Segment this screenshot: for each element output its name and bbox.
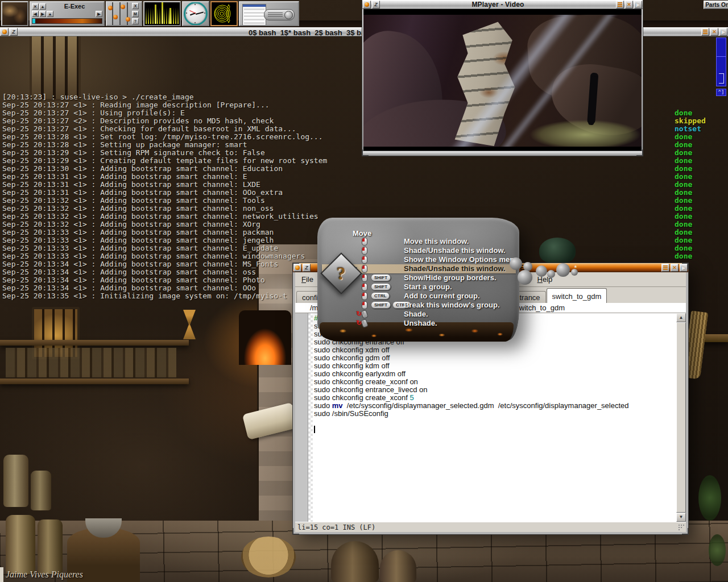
menu-title: Move (353, 229, 371, 238)
dock-screenshot-applet[interactable] (239, 1, 299, 26)
terminal-log-line: Sep-25 20:13:29 <1> : Creating default t… (2, 157, 327, 165)
maximize-button[interactable]: ▶ (634, 1, 642, 9)
terminal-log-line: Sep-25 20:13:31 <1> : Adding bootstrap s… (2, 173, 327, 181)
iconify-button[interactable] (616, 1, 624, 9)
prev-icon[interactable]: ◀ (32, 11, 39, 17)
code-token: sudo (314, 401, 332, 410)
scite-menu-file[interactable]: File (297, 274, 317, 285)
iconify-button[interactable] (661, 264, 669, 272)
up-icon[interactable]: ▲ (47, 11, 53, 17)
maximize-button[interactable]: ▶ (719, 28, 727, 36)
code-token: sudo chkconfig xdm off (314, 346, 390, 354)
bubble-decor (571, 269, 578, 276)
dock: ✕ ▲ E-Exec ◀ ▶ ▲ ▶ X M ? (1, 1, 299, 26)
raise-icon[interactable]: ▲ (39, 3, 46, 10)
menu-item-move-this-window[interactable]: Move this window. (322, 237, 516, 246)
fold-margin[interactable] (308, 313, 313, 522)
resize-corner[interactable] (682, 263, 689, 269)
resize-corner[interactable] (292, 263, 299, 269)
bubble-decor (556, 263, 570, 277)
terminal-log-line: Sep-25 20:13:32 <1> : Adding bootstrap s… (2, 197, 327, 205)
vertical-scrollbar[interactable]: ▲ ▼ (676, 313, 686, 522)
slider-knob[interactable] (108, 6, 113, 10)
keyword-token: mv (332, 401, 343, 410)
window-menu-button[interactable] (363, 1, 371, 9)
editor-pane[interactable]: #!/bin/shsudo chkconfig create_xconf off… (295, 313, 686, 522)
resize-corner[interactable] (362, 149, 369, 156)
next-icon[interactable]: ▶ (39, 11, 46, 17)
menu-item-label: Show/Hide group borders. (404, 273, 497, 282)
menu-item-label: Show the Window Options menu. (404, 255, 521, 264)
iconify-button[interactable] (701, 28, 709, 36)
run-icon[interactable]: ▶ (96, 11, 102, 17)
modifier-badges: CTRL (371, 292, 390, 300)
terminal-log-line: Sep-25 20:13:27 <1> : Checking for defau… (2, 125, 327, 133)
dock-mixer-applet[interactable]: X M ? (106, 1, 142, 26)
dock-scene-thumbnail[interactable] (1, 1, 28, 26)
mouse-button-icon (362, 274, 367, 282)
terminal-log-line: Sep-25 20:13:32 <1> : Adding bootstrap s… (2, 213, 327, 221)
bubble-decor (536, 265, 547, 277)
mplayer-window[interactable]: Z MPlayer - Video ✕ ▶ (362, 0, 643, 156)
clock-minute-hand (196, 11, 204, 15)
mplayer-titlebar[interactable]: Z MPlayer - Video ✕ ▶ (362, 0, 643, 9)
code-token: sudo chkconfig gdm off (314, 354, 390, 362)
menu-item-add-to-current-group[interactable]: CTRLAdd to current group. (322, 292, 516, 301)
resize-corner[interactable] (292, 528, 299, 535)
slider-knob[interactable] (113, 15, 118, 19)
bg-barred-window (30, 33, 81, 101)
menu-item-label: Unshade. (404, 319, 437, 327)
dock-e-exec-applet[interactable]: ✕ ▲ E-Exec ◀ ▶ ▲ ▶ (30, 1, 105, 26)
terminal-log-line: Sep-25 20:13:27 <1> : Reading image desc… (2, 101, 327, 109)
mixer-mute-button[interactable]: M (132, 11, 139, 17)
shade-button[interactable]: Z (372, 1, 380, 9)
bg-jar (6, 515, 35, 574)
menu-item-shade[interactable]: ↻Shade. (322, 310, 516, 319)
dock-spectrum-analyzer[interactable] (143, 1, 181, 26)
slider-knob[interactable] (121, 5, 125, 9)
dock-clock[interactable] (182, 1, 209, 26)
scroll-down-icon[interactable]: ▼ (676, 513, 686, 522)
bg-herbs (709, 534, 726, 566)
terminal-log-line: Sep-25 20:13:35 <1> : Initializing image… (2, 292, 327, 300)
mixer-sliders[interactable] (107, 2, 131, 25)
mouse-wheel-icon (361, 310, 369, 319)
tab-switch_to_gdm[interactable]: switch_to_gdm (547, 288, 607, 303)
menu-item-unshade[interactable]: ↻Unshade. (322, 319, 516, 328)
menu-item-label: Add to current group. (404, 292, 480, 300)
mixer-help-button[interactable]: ? (132, 18, 139, 24)
close-button[interactable]: ✕ (625, 1, 633, 9)
scroll-up-icon[interactable]: ▲ (676, 313, 686, 322)
close-button[interactable]: ✕ (710, 28, 718, 36)
parts-on-button[interactable]: Parts On (704, 1, 728, 9)
bg-fireplace (239, 310, 291, 365)
video-canvas[interactable] (363, 9, 642, 151)
scrollbar-thumb[interactable] (676, 322, 686, 513)
menu-item-label: Move this window. (404, 237, 469, 246)
terminal-log-line: Sep-25 20:13:32 <1> : Adding bootstrap s… (2, 221, 327, 228)
resize-corner[interactable] (682, 528, 689, 535)
terminal-status-line: done (675, 197, 706, 205)
bg-pot (380, 550, 416, 582)
code-token: sudo chkconfig kdm off (314, 361, 390, 370)
code-line: sudo chkconfig create_xconf 5 (314, 394, 676, 402)
artist-signature: Jaime Vives Piqueres (6, 569, 83, 580)
close-button[interactable]: ✕ (671, 264, 679, 272)
mplayer-bottom-border (362, 151, 643, 156)
orb-icon (365, 2, 369, 7)
dock-e16-horn[interactable] (210, 1, 238, 26)
shade-button[interactable]: Z (303, 264, 311, 272)
close-icon[interactable]: ✕ (32, 3, 39, 10)
menu-item-break-this-window-s-group[interactable]: SHIFTCTRLBreak this window's group. (322, 301, 516, 310)
code-token: sudo chkconfig entrance_livecd on (314, 385, 427, 394)
clock-face (184, 2, 208, 26)
slider-knob[interactable] (126, 17, 130, 22)
terminal-log-line: Sep-25 20:13:31 <1> : Adding bootstrap s… (2, 181, 327, 189)
mixer-close-button[interactable]: X (132, 3, 139, 9)
resize-corner[interactable] (636, 149, 643, 156)
menu-item-label: Break this window's group. (404, 301, 500, 309)
menu-item-shade-unshade-this-window[interactable]: Shade/Unshade this window. (322, 246, 516, 255)
window-menu-button[interactable] (1, 28, 9, 36)
terminal-scrollbar[interactable] (716, 38, 726, 86)
shade-button[interactable]: Z (10, 28, 18, 36)
